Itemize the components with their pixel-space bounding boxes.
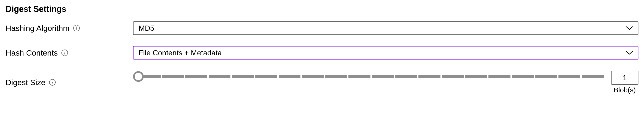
slider-tick [302,75,324,78]
slider-tick [325,75,347,78]
label-hashing-algorithm: Hashing Algorithm [6,24,70,33]
info-icon[interactable]: i [49,79,56,86]
slider-tick [465,75,487,78]
digest-size-input[interactable] [611,71,638,85]
chevron-down-icon [626,26,633,30]
info-icon[interactable]: i [73,25,80,31]
label-digest-size: Digest Size [6,78,46,87]
info-icon[interactable]: i [62,49,68,56]
label-hashing-algorithm-wrap: Hashing Algorithm i [6,24,133,33]
label-digest-size-wrap: Digest Size i [6,78,133,87]
slider-tick [418,75,440,78]
label-hash-contents: Hash Contents [6,48,58,57]
digest-size-slider[interactable] [133,71,604,82]
slider-tick [232,75,254,78]
slider-tick [442,75,464,78]
slider-tick [279,75,301,78]
row-digest-size: Digest Size i Blob(s) [6,71,638,94]
slider-tick [535,75,557,78]
slider-tick [512,75,534,78]
slider-tick [255,75,277,78]
row-hash-contents: Hash Contents i File Contents + Metadata [6,46,638,59]
slider-tick [372,75,394,78]
chevron-down-icon [626,51,633,55]
row-hashing-algorithm: Hashing Algorithm i MD5 [6,21,638,35]
slider-tick [558,75,580,78]
slider-tick [348,75,370,78]
section-title: Digest Settings [6,4,638,14]
hash-contents-select[interactable]: File Contents + Metadata [133,46,638,59]
slider-tick [209,75,231,78]
digest-size-unit: Blob(s) [614,86,636,94]
hash-contents-value: File Contents + Metadata [139,49,222,57]
slider-tick [162,75,184,78]
slider-tick [395,75,417,78]
slider-tick [488,75,510,78]
hashing-algorithm-select[interactable]: MD5 [133,21,638,35]
slider-tick [185,75,207,78]
slider-track [139,75,604,78]
slider-thumb[interactable] [133,71,144,82]
hashing-algorithm-value: MD5 [139,24,154,33]
label-hash-contents-wrap: Hash Contents i [6,48,133,57]
slider-tick [582,75,604,78]
